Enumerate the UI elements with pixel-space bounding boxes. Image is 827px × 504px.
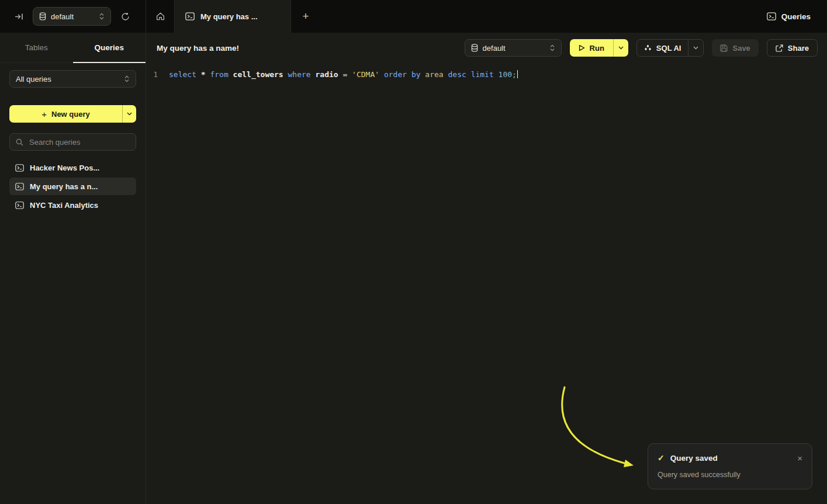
new-tab-button[interactable]: + <box>291 0 320 33</box>
toast-message: Query saved successfully <box>658 471 802 479</box>
run-button[interactable]: Run <box>570 39 613 57</box>
toast-notification: ✓ Query saved × Query saved successfully <box>648 443 812 489</box>
tab-label: My query has ... <box>200 12 258 21</box>
plus-icon: + <box>41 109 47 119</box>
run-label: Run <box>590 44 604 53</box>
query-list-item[interactable]: My query has a n... <box>9 178 136 195</box>
tab-bar: My query has ... + <box>146 0 767 33</box>
play-icon <box>579 44 585 51</box>
new-query-button[interactable]: + New query <box>9 105 122 123</box>
sidebar-tab-queries[interactable]: Queries <box>73 33 146 62</box>
toast-close-icon[interactable]: × <box>797 454 802 463</box>
query-search <box>9 133 136 151</box>
main-panel: My query has a name! default <box>146 33 827 504</box>
database-selector-value: default <box>483 44 506 53</box>
database-icon <box>39 12 46 20</box>
code-line-content: select * from cell_towers where radio = … <box>164 69 518 81</box>
query-filter-value: All queries <box>16 75 51 84</box>
sidebar-tabs: Tables Queries <box>0 33 146 63</box>
refresh-icon[interactable] <box>118 9 132 23</box>
tab-active-query[interactable]: My query has ... <box>174 0 291 33</box>
database-icon <box>471 44 478 52</box>
sidebar: Tables Queries All queries + New query <box>0 33 146 504</box>
code-line: 1 select * from cell_towers where radio … <box>146 69 827 81</box>
run-dropdown-button[interactable] <box>613 39 628 57</box>
query-icon <box>15 183 24 190</box>
sql-ai-dropdown-button[interactable] <box>688 40 703 56</box>
database-selector-value: default <box>51 12 74 21</box>
topbar: default My query has ... <box>0 0 827 33</box>
query-icon <box>15 201 24 209</box>
share-label: Share <box>788 44 809 53</box>
app-root: default My query has ... <box>0 0 827 504</box>
chevron-updown-icon <box>549 44 555 51</box>
save-label: Save <box>732 44 750 53</box>
page-title: My query has a name! <box>157 44 239 53</box>
query-filter-dropdown[interactable]: All queries <box>9 70 136 88</box>
topbar-queries-label: Queries <box>781 12 811 21</box>
editor-header: My query has a name! default <box>146 33 827 63</box>
search-icon <box>16 138 23 146</box>
sidebar-tab-tables[interactable]: Tables <box>0 33 73 62</box>
tab-home[interactable] <box>146 0 174 33</box>
query-list-item[interactable]: Hacker News Pos... <box>9 159 136 176</box>
home-icon <box>156 12 165 20</box>
topbar-queries-button[interactable]: Queries <box>767 0 827 33</box>
query-list-item[interactable]: NYC Taxi Analytics <box>9 196 136 214</box>
check-icon: ✓ <box>658 453 665 463</box>
query-item-label: My query has a n... <box>30 182 98 191</box>
editor-actions: default Run <box>465 39 818 57</box>
query-icon <box>185 12 195 20</box>
database-selector-editor[interactable]: default <box>465 39 562 57</box>
new-query-split-button: + New query <box>9 105 136 123</box>
chevron-updown-icon <box>124 75 130 82</box>
sql-ai-button[interactable]: SQL AI <box>637 40 688 56</box>
sql-ai-label: SQL AI <box>656 44 681 53</box>
query-item-label: NYC Taxi Analytics <box>30 201 98 210</box>
database-selector-topbar[interactable]: default <box>33 7 111 26</box>
sql-editor[interactable]: 1 select * from cell_towers where radio … <box>146 63 827 81</box>
chevron-updown-icon <box>99 13 105 20</box>
save-icon <box>720 44 728 52</box>
text-cursor <box>517 70 518 78</box>
toast-header: ✓ Query saved × <box>658 453 802 463</box>
query-icon <box>15 164 24 172</box>
new-query-label: New query <box>51 110 90 119</box>
topbar-left: default <box>0 0 146 33</box>
collapse-sidebar-icon[interactable] <box>12 9 26 23</box>
query-item-label: Hacker News Pos... <box>30 164 99 172</box>
sidebar-body: All queries + New query <box>0 63 146 222</box>
query-icon <box>767 12 776 20</box>
toast-title: Query saved <box>670 454 718 463</box>
sql-ai-split-button: SQL AI <box>636 39 704 57</box>
share-icon <box>776 44 783 52</box>
new-query-dropdown-button[interactable] <box>122 105 136 123</box>
share-button[interactable]: Share <box>767 39 818 57</box>
save-button[interactable]: Save <box>712 39 758 57</box>
query-list: Hacker News Pos... My query has a n... N… <box>9 159 136 214</box>
sparkle-icon <box>644 44 652 52</box>
line-number: 1 <box>146 69 164 81</box>
run-split-button: Run <box>570 39 628 57</box>
search-queries-input[interactable] <box>28 137 130 147</box>
